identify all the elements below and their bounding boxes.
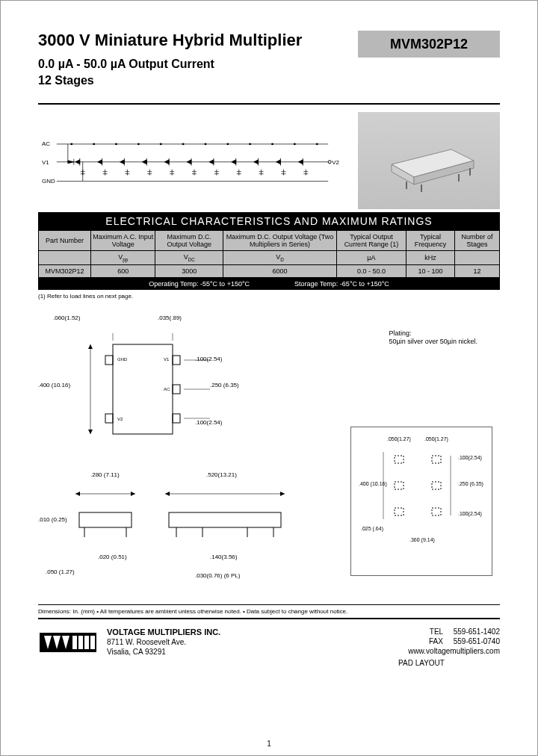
footer: VOLTAGE MULTIPLIERS INC. 8711 W. Rooseve… bbox=[38, 627, 500, 657]
svg-point-9 bbox=[70, 143, 72, 145]
company-addr2: Visalia, CA 93291 bbox=[107, 647, 408, 657]
svg-rect-109 bbox=[432, 456, 441, 463]
svg-rect-122 bbox=[84, 636, 89, 649]
svg-point-12 bbox=[137, 143, 140, 145]
electrical-table: Part Number Maximum A.C. Input Voltage M… bbox=[38, 230, 500, 278]
footer-rule bbox=[38, 618, 500, 619]
svg-text:.050(1.27): .050(1.27) bbox=[424, 436, 448, 442]
svg-rect-95 bbox=[169, 512, 281, 527]
svg-rect-112 bbox=[395, 508, 404, 515]
th-output-current: Typical Output Current Range (1) bbox=[336, 230, 406, 250]
svg-rect-113 bbox=[432, 508, 441, 515]
cell-ac: 600 bbox=[91, 264, 155, 277]
svg-point-17 bbox=[249, 143, 251, 145]
svg-rect-75 bbox=[105, 356, 113, 365]
svg-text:.360 (9.14): .360 (9.14) bbox=[409, 537, 435, 543]
pad-layout-box: .050(1.27) .050(1.27) .100(2.54) .400 (1… bbox=[350, 427, 492, 576]
svg-rect-78 bbox=[173, 385, 180, 394]
subtitle-current: 0.0 µA - 50.0 µA Output Current bbox=[38, 56, 343, 72]
temp-row: Operating Temp: -55°C to +150°C Storage … bbox=[38, 278, 500, 290]
svg-text:V2: V2 bbox=[117, 417, 123, 421]
svg-rect-110 bbox=[395, 482, 404, 489]
cell-stages: 12 bbox=[454, 264, 499, 277]
svg-text:V2: V2 bbox=[332, 159, 339, 166]
table-footnote: (1) Refer to load lines on next page. bbox=[38, 293, 500, 300]
svg-point-66 bbox=[328, 161, 331, 164]
company-logo bbox=[38, 627, 98, 657]
svg-rect-111 bbox=[432, 482, 441, 489]
pad-layout-title: PAD LAYOUT bbox=[357, 659, 486, 667]
contact-info: TEL 559-651-1402 FAX 559-651-0740 www.vo… bbox=[408, 627, 500, 656]
svg-point-20 bbox=[316, 143, 318, 145]
pad-layout-drawing: .050(1.27) .050(1.27) .100(2.54) .400 (1… bbox=[357, 433, 484, 545]
page-number: 1 bbox=[267, 740, 271, 748]
dim-035: .035(.89) bbox=[158, 315, 182, 321]
svg-rect-120 bbox=[72, 636, 77, 649]
company-info: VOLTAGE MULTIPLIERS INC. 8711 W. Rooseve… bbox=[107, 627, 408, 657]
svg-rect-77 bbox=[173, 356, 180, 365]
svg-text:.050(1.27): .050(1.27) bbox=[387, 436, 411, 442]
svg-text:.250 (6.35): .250 (6.35) bbox=[458, 481, 483, 487]
cell-freq: 10 - 100 bbox=[406, 264, 455, 277]
cell-pn: MVM302P12 bbox=[39, 264, 91, 277]
schematic-diagram: AC V1 GND bbox=[38, 123, 358, 198]
svg-point-14 bbox=[182, 143, 185, 145]
svg-text:GND: GND bbox=[42, 178, 55, 185]
unit-freq: kHz bbox=[406, 250, 455, 264]
svg-text:AC: AC bbox=[42, 140, 50, 147]
mechanical-drawings: Plating: 50µin silver over 50µin nickel.… bbox=[38, 315, 500, 598]
storage-temp: Storage Temp: -65°C to +150°C bbox=[294, 280, 389, 288]
svg-rect-123 bbox=[90, 636, 95, 649]
unit-dc2: VD bbox=[223, 250, 337, 264]
svg-text:AC: AC bbox=[164, 387, 170, 391]
part-number-box: MVM302P12 bbox=[358, 31, 500, 58]
dim-520: .520(13.21) bbox=[206, 471, 237, 478]
header: 3000 V Miniature Hybrid Multiplier 0.0 µ… bbox=[38, 31, 500, 90]
cell-current: 0.0 - 50.0 bbox=[336, 264, 406, 277]
th-stages: Number of Stages bbox=[454, 230, 499, 250]
dimensions-note: Dimensions: In. (mm) • All temperatures … bbox=[38, 604, 500, 615]
dim-280: .280 (7.11) bbox=[90, 471, 120, 478]
th-dc-output-series: Maximum D.C. Output Voltage (Two Multipl… bbox=[223, 230, 337, 250]
dim-060: .060(1.52) bbox=[53, 315, 80, 321]
svg-text:V1: V1 bbox=[164, 357, 170, 362]
unit-ac: Vpp bbox=[91, 250, 155, 264]
header-rule bbox=[38, 103, 500, 105]
svg-rect-79 bbox=[173, 414, 180, 423]
plating-note: Plating: 50µin silver over 50µin nickel. bbox=[389, 329, 477, 347]
company-name: VOLTAGE MULTIPLIERS INC. bbox=[107, 627, 408, 637]
cell-dc: 3000 bbox=[155, 264, 223, 277]
main-title: 3000 V Miniature Hybrid Multiplier bbox=[38, 31, 343, 50]
svg-text:.400 (10.16): .400 (10.16) bbox=[359, 481, 387, 487]
company-addr1: 8711 W. Roosevelt Ave. bbox=[107, 637, 408, 647]
svg-text:.100(2.54): .100(2.54) bbox=[458, 455, 482, 461]
th-frequency: Typical Frequency bbox=[406, 230, 455, 250]
svg-rect-76 bbox=[105, 414, 113, 423]
unit-dc: VDC bbox=[155, 250, 223, 264]
svg-point-16 bbox=[226, 143, 229, 145]
svg-rect-108 bbox=[395, 456, 404, 463]
svg-point-11 bbox=[115, 143, 117, 145]
th-part-number: Part Number bbox=[39, 230, 91, 250]
svg-point-10 bbox=[93, 143, 95, 145]
subtitle-stages: 12 Stages bbox=[38, 72, 343, 89]
company-web: www.voltagemultipliers.com bbox=[408, 646, 500, 656]
svg-text:GND: GND bbox=[117, 357, 128, 362]
schematic-row: AC V1 GND bbox=[38, 112, 500, 209]
svg-text:V1: V1 bbox=[42, 159, 49, 166]
unit-stages bbox=[454, 250, 499, 264]
svg-rect-91 bbox=[79, 512, 132, 527]
table-title: ELECTRICAL CHARACTERISTICS AND MAXIMUM R… bbox=[38, 212, 500, 230]
svg-point-19 bbox=[294, 143, 296, 145]
svg-point-15 bbox=[204, 143, 206, 145]
svg-rect-121 bbox=[78, 636, 83, 649]
product-image bbox=[358, 112, 500, 209]
top-view-drawing: GND V1 AC V2 bbox=[61, 322, 270, 456]
th-ac-input: Maximum A.C. Input Voltage bbox=[91, 230, 155, 250]
svg-point-13 bbox=[160, 143, 162, 145]
svg-point-18 bbox=[271, 143, 273, 145]
side-view-drawing bbox=[53, 479, 300, 583]
svg-text:.100(2.54): .100(2.54) bbox=[458, 511, 482, 517]
svg-text:.025 (.64): .025 (.64) bbox=[361, 526, 383, 532]
th-dc-output: Maximum D.C. Output Voltage bbox=[155, 230, 223, 250]
